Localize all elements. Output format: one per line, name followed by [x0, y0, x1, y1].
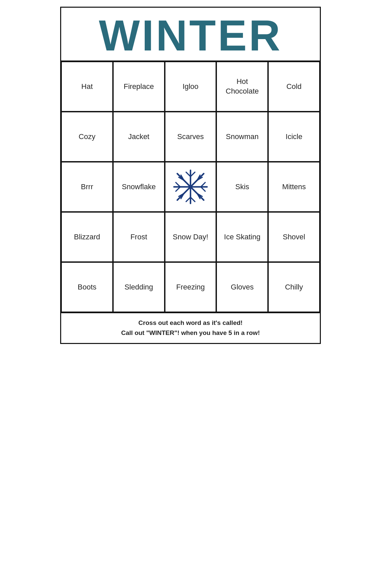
cell-text-r4c2: Frost	[130, 232, 147, 242]
cell-text-r3c4: Skis	[235, 182, 249, 192]
bingo-cell-r3c1[interactable]: Brrr	[61, 162, 113, 212]
cell-text-r5c1: Boots	[78, 282, 96, 292]
bingo-cell-r2c3[interactable]: Scarves	[165, 112, 217, 162]
bingo-cell-r3c4[interactable]: Skis	[216, 162, 268, 212]
cell-text-r1c3: Igloo	[182, 82, 199, 92]
cell-text-r5c3: Freezing	[176, 282, 205, 292]
cell-text-r1c1: Hat	[81, 82, 93, 92]
bingo-cell-r4c1[interactable]: Blizzard	[61, 212, 113, 262]
bingo-cell-r2c5[interactable]: Icicle	[268, 112, 320, 162]
bingo-cell-r1c5[interactable]: Cold	[268, 62, 320, 112]
cell-text-r2c3: Scarves	[177, 132, 204, 142]
bingo-cell-r2c1[interactable]: Cozy	[61, 112, 113, 162]
bingo-cell-r2c4[interactable]: Snowman	[216, 112, 268, 162]
bingo-cell-r5c5[interactable]: Chilly	[268, 262, 320, 312]
bingo-cell-r4c5[interactable]: Shovel	[268, 212, 320, 262]
bingo-cell-r3c2[interactable]: Snowflake	[113, 162, 165, 212]
cell-text-r2c4: Snowman	[226, 132, 259, 142]
bingo-cell-r2c2[interactable]: Jacket	[113, 112, 165, 162]
cell-text-r3c2: Snowflake	[122, 182, 156, 192]
cell-text-r4c5: Shovel	[283, 232, 305, 242]
cell-text-r2c1: Cozy	[79, 132, 95, 142]
cell-text-r2c2: Jacket	[128, 132, 149, 142]
cell-text-r5c5: Chilly	[285, 282, 303, 292]
bingo-cell-r1c3[interactable]: Igloo	[165, 62, 217, 112]
cell-text-r1c5: Cold	[286, 82, 301, 92]
bingo-grid: HatFireplaceIglooHot ChocolateColdCozyJa…	[61, 62, 320, 312]
cell-text-r4c3: Snow Day!	[173, 232, 208, 242]
snowflake-icon	[172, 168, 209, 205]
bingo-cell-r5c4[interactable]: Gloves	[216, 262, 268, 312]
bingo-cell-r1c4[interactable]: Hot Chocolate	[216, 62, 268, 112]
cell-text-r1c2: Fireplace	[124, 82, 154, 92]
card-header: WINTER	[61, 8, 320, 62]
bingo-cell-r1c1[interactable]: Hat	[61, 62, 113, 112]
bingo-cell-r4c4[interactable]: Ice Skating	[216, 212, 268, 262]
cell-text-r1c4: Hot Chocolate	[220, 77, 265, 96]
bingo-cell-r3c5[interactable]: Mittens	[268, 162, 320, 212]
bingo-cell-r5c3[interactable]: Freezing	[165, 262, 217, 312]
bingo-card: WINTER HatFireplaceIglooHot ChocolateCol…	[60, 7, 321, 344]
card-footer: Cross out each word as it's called! Call…	[61, 312, 320, 343]
bingo-cell-r5c2[interactable]: Sledding	[113, 262, 165, 312]
bingo-cell-r4c3[interactable]: Snow Day!	[165, 212, 217, 262]
bingo-cell-r3c3[interactable]	[165, 162, 217, 212]
cell-text-r3c5: Mittens	[282, 182, 306, 192]
card-title: WINTER	[99, 14, 282, 57]
cell-text-r3c1: Brrr	[81, 182, 93, 192]
cell-text-r5c4: Gloves	[231, 282, 254, 292]
cell-text-r2c5: Icicle	[286, 132, 302, 142]
bingo-cell-r5c1[interactable]: Boots	[61, 262, 113, 312]
cell-text-r4c1: Blizzard	[74, 232, 100, 242]
bingo-cell-r1c2[interactable]: Fireplace	[113, 62, 165, 112]
footer-text: Cross out each word as it's called! Call…	[65, 318, 316, 338]
svg-point-20	[188, 185, 192, 189]
bingo-cell-r4c2[interactable]: Frost	[113, 212, 165, 262]
footer-line1: Cross out each word as it's called!	[138, 319, 243, 326]
cell-text-r5c2: Sledding	[124, 282, 153, 292]
cell-text-r4c4: Ice Skating	[224, 232, 260, 242]
footer-line2: Call out "WINTER"! when you have 5 in a …	[121, 329, 260, 336]
